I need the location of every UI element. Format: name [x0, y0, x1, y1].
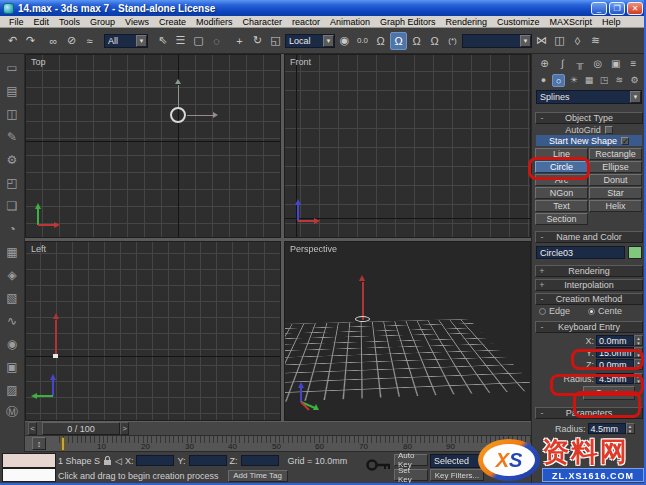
menu-create[interactable]: Create [154, 17, 191, 27]
tool-icon[interactable]: ⚙ [2, 148, 23, 171]
space-warps-category-icon[interactable]: ≋ [613, 74, 626, 87]
param-radius-field[interactable]: 4.5mm [588, 423, 626, 434]
select-and-rotate-icon[interactable]: ↻ [249, 32, 266, 50]
z-coordinate-field[interactable] [241, 455, 279, 466]
timeline-ruler[interactable] [59, 436, 531, 443]
ke-z-field[interactable]: 0.0mm [596, 359, 634, 370]
track-bar[interactable]: ↕ 10 20 30 40 50 60 70 80 90 100 [25, 436, 531, 452]
modify-tab-icon[interactable]: ∫ [555, 57, 570, 71]
tool-icon[interactable]: ◉ [2, 332, 23, 355]
tool-icon[interactable]: ▭ [2, 56, 23, 79]
create-button[interactable]: Create [583, 386, 635, 400]
menu-views[interactable]: Views [120, 17, 154, 27]
start-new-shape-checkbox[interactable]: ✓ [621, 137, 629, 145]
tool-icon[interactable]: ◈ [2, 263, 23, 286]
selection-region-icon[interactable]: ▢ [190, 32, 207, 50]
ke-x-field[interactable]: 0.0mm [596, 335, 634, 346]
geometry-category-icon[interactable]: ● [537, 74, 550, 87]
percent-snap-icon[interactable]: Ω [426, 32, 443, 50]
select-and-move-icon[interactable]: + [231, 32, 248, 50]
close-button[interactable]: ✕ [627, 2, 643, 15]
create-tab-icon[interactable]: ⊕ [537, 57, 552, 71]
parameters-rollout[interactable]: - Parameters [535, 407, 643, 419]
tool-icon[interactable]: ▧ [2, 286, 23, 309]
selection-lock-icon[interactable] [103, 456, 112, 466]
window-crossing-icon[interactable]: ◌ [208, 32, 225, 50]
maximize-button[interactable]: ❐ [609, 2, 625, 15]
curve-editor-icon[interactable]: ≋ [587, 32, 604, 50]
shape-category-dropdown[interactable]: Splines ▼ [536, 90, 642, 104]
rectangle-button[interactable]: Rectangle [589, 148, 642, 160]
menu-group[interactable]: Group [85, 17, 120, 27]
line-button[interactable]: Line [535, 148, 588, 160]
selection-filter-dropdown[interactable]: All ▼ [104, 34, 148, 48]
add-time-tag-button[interactable]: Add Time Tag [228, 470, 288, 482]
dropdown-arrow-icon[interactable]: ▼ [136, 35, 147, 47]
tool-icon[interactable]: ◔ [2, 217, 23, 240]
redo-icon[interactable]: ↷ [22, 32, 39, 50]
tool-icon[interactable]: Ⓜ [2, 401, 23, 424]
spinner-icon[interactable]: ▴▾ [634, 347, 643, 358]
object-color-swatch[interactable] [628, 246, 642, 259]
systems-category-icon[interactable]: ⚙ [628, 74, 641, 87]
circle-button[interactable]: Circle [535, 161, 588, 173]
edge-radio[interactable] [539, 308, 546, 315]
autogrid-checkbox[interactable] [605, 126, 613, 134]
creation-method-rollout[interactable]: - Creation Method [535, 293, 643, 305]
previous-frame-button[interactable]: < [28, 422, 37, 435]
name-and-color-rollout[interactable]: - Name and Color [535, 231, 643, 243]
center-radio[interactable] [588, 308, 595, 315]
motion-tab-icon[interactable]: ◎ [590, 57, 605, 71]
menu-file[interactable]: File [4, 17, 29, 27]
tool-icon[interactable]: ▦ [2, 240, 23, 263]
dropdown-arrow-icon[interactable]: ▼ [630, 91, 641, 103]
macro-recorder-pane[interactable] [2, 453, 56, 468]
menu-graph-editors[interactable]: Graph Editors [375, 17, 441, 27]
select-by-name-icon[interactable]: ☰ [172, 32, 189, 50]
utilities-tab-icon[interactable]: ≡ [626, 57, 641, 71]
mini-curve-editor-button[interactable]: ↕ [32, 437, 46, 450]
tool-icon[interactable]: ❏ [2, 194, 23, 217]
set-key-button[interactable]: Set Key [394, 469, 428, 481]
named-selection-dropdown[interactable]: ▼ [462, 34, 532, 48]
helix-button[interactable]: Helix [589, 200, 642, 212]
menu-maxscript[interactable]: MAXScript [545, 17, 598, 27]
ke-y-field[interactable]: 15.0mm [596, 347, 634, 358]
rendering-rollout[interactable]: + Rendering [535, 265, 643, 277]
viewport-front[interactable]: Front [284, 54, 531, 238]
set-keys-key-icon[interactable] [366, 458, 392, 472]
viewport-label[interactable]: Front [290, 57, 311, 67]
transform-typein-icon[interactable]: ◁ [115, 456, 122, 466]
viewport-label[interactable]: Top [31, 57, 46, 67]
keyboard-override-icon[interactable]: (*) [444, 32, 461, 50]
viewport-label[interactable]: Perspective [290, 244, 337, 254]
menu-tools[interactable]: Tools [54, 17, 85, 27]
undo-icon[interactable]: ↶ [4, 32, 21, 50]
star-button[interactable]: Star [589, 187, 642, 199]
tool-icon[interactable]: ∿ [2, 309, 23, 332]
object-name-field[interactable]: Circle03 [536, 246, 625, 259]
tool-icon[interactable]: ▨ [2, 378, 23, 401]
display-tab-icon[interactable]: ▣ [608, 57, 623, 71]
viewport-label[interactable]: Left [31, 244, 46, 254]
interpolation-rollout[interactable]: + Interpolation [535, 279, 643, 291]
spinner-icon[interactable]: ▴▾ [634, 373, 643, 384]
layer-manager-icon[interactable]: ◊ [569, 32, 586, 50]
mirror-icon[interactable]: ⋈ [533, 32, 550, 50]
align-icon[interactable]: ◫ [551, 32, 568, 50]
menu-customize[interactable]: Customize [492, 17, 545, 27]
key-filters-button[interactable]: Key Filters... [430, 469, 484, 481]
viewport-top[interactable]: Top [25, 54, 281, 238]
auto-key-button[interactable]: Auto Key [394, 454, 428, 466]
circle-shape[interactable] [355, 316, 370, 322]
viewport-perspective[interactable]: Perspective [284, 241, 531, 421]
tool-icon[interactable]: ◫ [2, 102, 23, 125]
donut-button[interactable]: Donut [589, 174, 642, 186]
unlink-selection-icon[interactable]: ⊘ [63, 32, 80, 50]
bind-to-space-warp-icon[interactable]: ≈ [81, 32, 98, 50]
listener-pane[interactable] [2, 468, 56, 482]
helpers-category-icon[interactable]: ◳ [598, 74, 611, 87]
title-bar[interactable]: 14.max - 3ds max 7 - Stand-alone License… [0, 0, 646, 16]
viewport-left[interactable]: Left [25, 241, 281, 421]
time-slider[interactable]: < 0 / 100 > [25, 421, 531, 436]
